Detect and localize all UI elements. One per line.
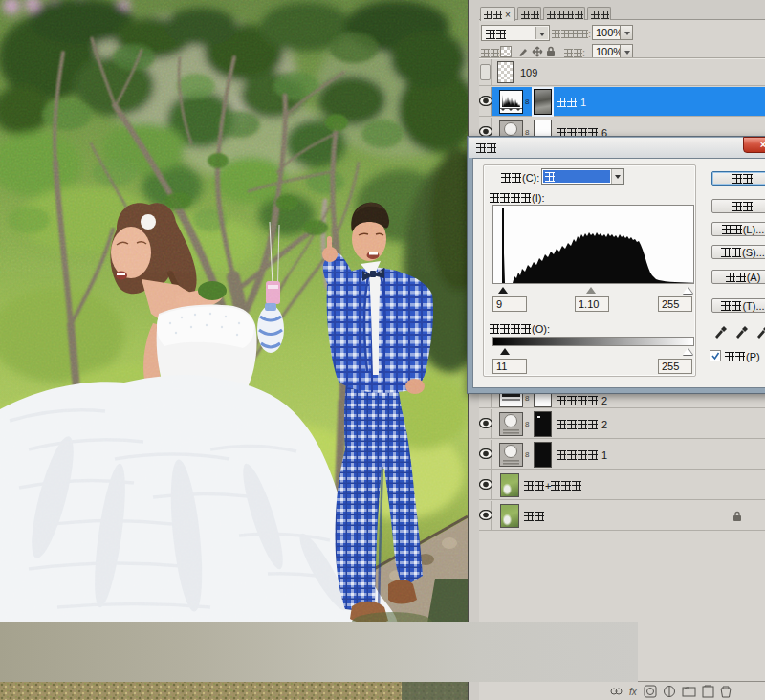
svg-text:fx: fx bbox=[629, 687, 638, 697]
